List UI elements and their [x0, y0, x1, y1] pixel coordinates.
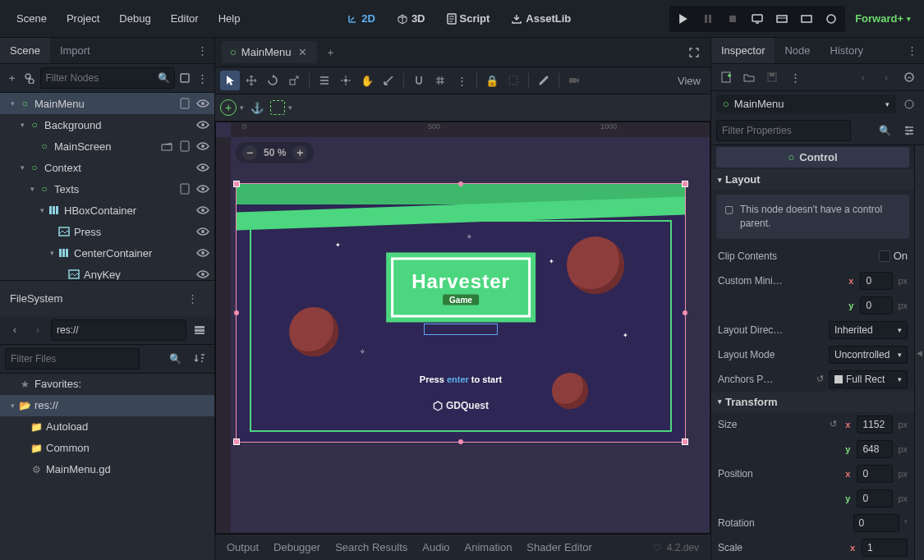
- docs-button[interactable]: [899, 67, 919, 87]
- toggle-icon[interactable]: ▾: [7, 402, 18, 410]
- anchors-preset-select[interactable]: Full Rect▾: [829, 370, 908, 388]
- renderer-dropdown[interactable]: Forward+ ▾: [850, 9, 916, 28]
- camera-button[interactable]: [564, 71, 584, 90]
- revert-icon[interactable]: ↺: [816, 374, 824, 384]
- container-sizing[interactable]: [270, 100, 285, 115]
- inspector-body[interactable]: ○ Control ▾Layout ▢ This node doesn't ha…: [711, 145, 914, 560]
- inspected-object[interactable]: ○ MainMenu ▾: [716, 94, 896, 113]
- anchor-tool[interactable]: ⚓: [247, 98, 267, 117]
- view-menu[interactable]: View: [673, 71, 706, 90]
- custom-min-y-input[interactable]: [860, 296, 893, 314]
- scale-x-input[interactable]: [862, 539, 908, 557]
- snap-toggle[interactable]: [409, 71, 429, 90]
- new-resource-button[interactable]: [716, 67, 736, 87]
- scene-extra-button[interactable]: ⋮: [195, 68, 209, 88]
- scene-tree[interactable]: ▾○MainMenu▾○Background○MainScreen▾○Conte…: [0, 93, 214, 280]
- object-help-button[interactable]: [899, 94, 919, 114]
- section-transform[interactable]: ▾Transform: [711, 392, 914, 412]
- workspace-assetlib[interactable]: AssetLib: [503, 7, 579, 30]
- tab-import[interactable]: Import: [50, 38, 100, 63]
- dock-menu-icon[interactable]: ⋮: [191, 39, 214, 62]
- toggle-icon[interactable]: ▾: [7, 99, 18, 108]
- visibility-icon[interactable]: [195, 202, 211, 218]
- tree-node-anykey[interactable]: AnyKey: [0, 264, 214, 280]
- tab-node[interactable]: Node: [775, 38, 820, 63]
- expand-inspector-button[interactable]: ◀: [914, 145, 924, 560]
- scale-tool[interactable]: [284, 71, 304, 90]
- fs-item-res[interactable]: ▾📂res://: [0, 395, 214, 416]
- tree-node-background[interactable]: ▾○Background: [0, 114, 214, 135]
- heart-icon[interactable]: ♡: [653, 542, 662, 553]
- doc-tab-mainmenu[interactable]: ○ MainMenu ✕: [222, 41, 317, 63]
- tab-inspector[interactable]: Inspector: [711, 38, 775, 63]
- load-resource-button[interactable]: [739, 67, 759, 87]
- instance-button[interactable]: [22, 68, 36, 88]
- position-y-input[interactable]: [857, 489, 893, 507]
- toggle-icon[interactable]: ▾: [46, 249, 57, 257]
- tab-history[interactable]: History: [821, 38, 873, 63]
- script-attach-button[interactable]: [178, 68, 192, 88]
- stop-button[interactable]: [721, 8, 744, 30]
- custom-min-x-input[interactable]: [860, 272, 893, 290]
- workspace-2d[interactable]: 2D: [338, 7, 384, 30]
- visibility-icon[interactable]: [195, 95, 211, 112]
- toggle-icon[interactable]: ▾: [16, 163, 28, 172]
- move-tool[interactable]: [241, 71, 261, 90]
- layout-mode-select[interactable]: Uncontrolled▾: [829, 346, 908, 364]
- toggle-icon[interactable]: ▾: [16, 121, 28, 129]
- fs-forward-button[interactable]: ›: [28, 320, 48, 340]
- menu-project[interactable]: Project: [58, 7, 108, 30]
- revert-icon[interactable]: ↺: [830, 419, 837, 429]
- close-icon[interactable]: ✕: [297, 46, 309, 58]
- resource-extra-button[interactable]: ⋮: [785, 67, 805, 87]
- tree-node-mainmenu[interactable]: ▾○MainMenu: [0, 93, 214, 114]
- workspace-script[interactable]: Script: [439, 7, 499, 30]
- menu-scene[interactable]: Scene: [8, 7, 55, 30]
- clip-contents-checkbox[interactable]: [879, 250, 890, 262]
- fs-item-mainmenugd[interactable]: ⚙MainMenu.gd: [0, 459, 214, 480]
- fs-item-common[interactable]: 📁Common: [0, 438, 214, 459]
- tab-audio[interactable]: Audio: [422, 541, 449, 553]
- fs-sort-button[interactable]: [190, 349, 209, 369]
- canvas-selection[interactable]: ✦ ✦ ✧ ✦ ✧ ✦ Harvester Game Press: [236, 183, 686, 443]
- tree-node-texts[interactable]: ▾○Texts: [0, 178, 214, 200]
- add-node-button[interactable]: ＋: [5, 68, 19, 88]
- dock-menu-icon[interactable]: ⋮: [900, 39, 924, 62]
- fs-back-button[interactable]: ‹: [5, 320, 25, 340]
- tab-scene[interactable]: Scene: [0, 38, 50, 63]
- tab-debugger[interactable]: Debugger: [274, 541, 320, 553]
- chevron-down-icon[interactable]: ▾: [240, 103, 244, 112]
- layout-dir-select[interactable]: Inherited▾: [829, 321, 908, 339]
- size-x-input[interactable]: [857, 415, 893, 434]
- filesystem-tree[interactable]: ★Favorites:▾📂res://📁Autoload📁Common⚙Main…: [0, 374, 214, 561]
- tree-node-mainscreen[interactable]: ○MainScreen: [0, 135, 214, 157]
- bone-button[interactable]: [534, 71, 554, 90]
- grid-snap-toggle[interactable]: [430, 71, 450, 90]
- visibility-icon[interactable]: [195, 181, 211, 197]
- script-icon[interactable]: [177, 138, 193, 154]
- menu-debug[interactable]: Debug: [111, 7, 159, 30]
- zoom-out-button[interactable]: −: [242, 145, 257, 160]
- select-tool[interactable]: [220, 71, 240, 90]
- play-button[interactable]: [672, 8, 695, 30]
- fs-view-mode-button[interactable]: [190, 320, 209, 340]
- scene-icon[interactable]: [159, 138, 175, 154]
- tab-shader-editor[interactable]: Shader Editor: [526, 541, 592, 553]
- visibility-icon[interactable]: [195, 138, 211, 154]
- zoom-level[interactable]: 50 %: [264, 147, 286, 158]
- viewport-2d[interactable]: 0 500 1000 − 50 % + ✦ ✦ ✧: [215, 122, 710, 534]
- fs-item-favorites[interactable]: ★Favorites:: [0, 374, 214, 395]
- pan-tool[interactable]: ✋: [357, 71, 377, 90]
- add-tab-button[interactable]: ＋: [317, 40, 344, 65]
- play-custom-button[interactable]: [820, 8, 843, 30]
- visibility-icon[interactable]: [195, 223, 211, 240]
- ruler-tool[interactable]: [379, 71, 398, 90]
- list-tool[interactable]: [315, 71, 334, 90]
- property-options-button[interactable]: [899, 121, 919, 140]
- tree-node-context[interactable]: ▾○Context: [0, 157, 214, 178]
- script-icon[interactable]: [177, 181, 193, 197]
- filesystem-menu-icon[interactable]: ⋮: [181, 287, 205, 310]
- visibility-icon[interactable]: [195, 266, 211, 280]
- snap-options[interactable]: ⋮: [452, 71, 471, 90]
- visibility-icon[interactable]: [195, 159, 211, 176]
